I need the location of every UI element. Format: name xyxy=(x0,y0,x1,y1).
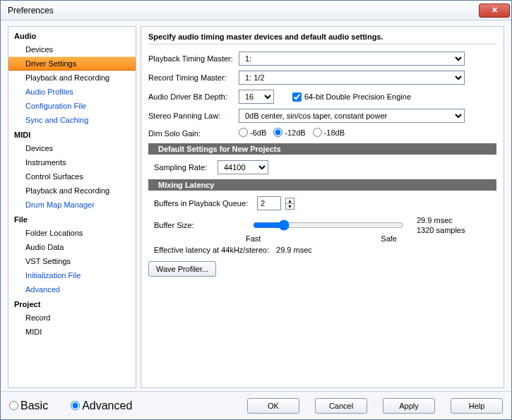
advanced-mode-radio[interactable]: Advanced xyxy=(71,400,132,412)
record-master-select[interactable]: 1: 1/2 xyxy=(239,71,465,85)
apply-button[interactable]: Apply xyxy=(383,398,435,414)
playback-master-label: Playback Timing Master: xyxy=(148,54,234,63)
effective-latency-row: Effective latency at 44kHz/stereo: 29.9 … xyxy=(148,246,496,254)
cancel-button[interactable]: Cancel xyxy=(315,398,367,414)
basic-mode-radio[interactable]: Basic xyxy=(9,400,48,412)
sidebar-item[interactable]: Configuration File xyxy=(8,99,136,113)
buffers-row: Buffers in Playback Queue: ▲▼ xyxy=(148,196,496,210)
buffers-label: Buffers in Playback Queue: xyxy=(154,199,253,208)
sidebar-item[interactable]: Drum Map Manager xyxy=(8,198,136,212)
close-icon: ✕ xyxy=(492,6,498,15)
effective-value: 29.9 msec xyxy=(276,246,312,254)
settings-panel: Specify audio timing master devices and … xyxy=(141,26,504,388)
precision-checkbox-wrap[interactable]: 64-bit Double Precision Engine xyxy=(292,92,411,102)
sidebar-item[interactable]: Playback and Recording xyxy=(8,184,136,198)
precision-checkbox[interactable] xyxy=(292,92,302,102)
sampling-select[interactable]: 44100 xyxy=(218,160,268,174)
latency-samples: 1320 samples xyxy=(417,225,465,235)
buffer-size-block: Buffer Size: 29.9 msec 1320 samples Fast… xyxy=(148,215,496,243)
latency-readout: 29.9 msec 1320 samples xyxy=(417,215,465,236)
sidebar-item[interactable]: Control Surfaces xyxy=(8,169,136,184)
slider-fast-label: Fast xyxy=(246,234,261,243)
buffer-size-slider[interactable] xyxy=(253,220,404,231)
sidebar-item[interactable]: Initialization File xyxy=(8,268,136,282)
sidebar-item[interactable]: Folder Locations xyxy=(8,226,136,240)
sidebar-category: MIDI xyxy=(8,127,136,141)
sidebar-category: Project xyxy=(8,296,136,311)
sidebar-item[interactable]: Audio Data xyxy=(8,240,136,254)
panning-label: Stereo Panning Law: xyxy=(148,112,234,120)
body: AudioDevicesDriver SettingsPlayback and … xyxy=(1,20,511,391)
window-title: Preferences xyxy=(8,6,479,16)
spinner-icon[interactable]: ▲▼ xyxy=(285,198,294,210)
sidebar-category: Audio xyxy=(8,28,136,42)
precision-label: 64-bit Double Precision Engine xyxy=(304,92,411,101)
panning-row: Stereo Panning Law: 0dB center, sin/cos … xyxy=(148,109,496,123)
buffers-input[interactable] xyxy=(257,196,281,210)
panel-heading: Specify audio timing master devices and … xyxy=(148,32,496,44)
record-master-row: Record Timing Master: 1: 1/2 xyxy=(148,71,496,85)
panning-select[interactable]: 0dB center, sin/cos taper, constant powe… xyxy=(239,109,465,123)
sidebar-item[interactable]: Sync and Caching xyxy=(8,113,136,127)
dim-solo-option[interactable]: -18dB xyxy=(313,128,345,137)
latency-ms: 29.9 msec xyxy=(417,215,465,225)
sidebar-item[interactable]: Instruments xyxy=(8,155,136,169)
slider-safe-label: Safe xyxy=(381,234,397,243)
dim-solo-radios: -6dB-12dB-18dB xyxy=(239,128,352,138)
wave-profiler-button[interactable]: Wave Profiler... xyxy=(148,261,216,277)
sidebar-item[interactable]: Audio Profiles xyxy=(8,85,136,99)
titlebar: Preferences ✕ xyxy=(1,1,511,20)
sampling-row: Sampling Rate: 44100 xyxy=(148,160,496,174)
ok-button[interactable]: OK xyxy=(247,398,299,414)
sidebar-item[interactable]: VST Settings xyxy=(8,254,136,268)
effective-label: Effective latency at 44kHz/stereo: xyxy=(154,246,269,254)
buffer-size-label: Buffer Size: xyxy=(154,221,196,229)
dim-solo-row: Dim Solo Gain: -6dB-12dB-18dB xyxy=(148,128,496,138)
defaults-section-header: Default Settings for New Projects xyxy=(148,143,496,155)
category-sidebar[interactable]: AudioDevicesDriver SettingsPlayback and … xyxy=(8,26,136,388)
bit-depth-label: Audio Driver Bit Depth: xyxy=(148,92,234,101)
record-master-label: Record Timing Master: xyxy=(148,73,234,82)
sidebar-item[interactable]: Driver Settings xyxy=(8,56,136,71)
dim-solo-option[interactable]: -12dB xyxy=(273,128,305,137)
footer: Basic Advanced OK Cancel Apply Help xyxy=(1,391,511,419)
playback-master-row: Playback Timing Master: 1: xyxy=(148,52,496,66)
sidebar-item[interactable]: MIDI xyxy=(8,325,136,339)
help-button[interactable]: Help xyxy=(451,398,503,414)
sidebar-item[interactable]: Devices xyxy=(8,42,136,56)
sidebar-category: File xyxy=(8,212,136,226)
close-button[interactable]: ✕ xyxy=(479,4,510,18)
dim-solo-label: Dim Solo Gain: xyxy=(148,129,234,138)
preferences-window: Preferences ✕ AudioDevicesDriver Setting… xyxy=(0,0,512,420)
dim-solo-option[interactable]: -6dB xyxy=(239,128,266,137)
sidebar-item[interactable]: Playback and Recording xyxy=(8,71,136,85)
sidebar-item[interactable]: Advanced xyxy=(8,282,136,296)
sampling-label: Sampling Rate: xyxy=(154,163,213,172)
latency-section-header: Mixing Latency xyxy=(148,179,496,191)
slider-endpoints: Fast Safe xyxy=(246,234,397,243)
bit-depth-select[interactable]: 16 xyxy=(239,90,274,104)
bit-depth-row: Audio Driver Bit Depth: 16 64-bit Double… xyxy=(148,90,496,104)
sidebar-item[interactable]: Record xyxy=(8,311,136,325)
sidebar-item[interactable]: Devices xyxy=(8,141,136,155)
playback-master-select[interactable]: 1: xyxy=(239,52,465,66)
